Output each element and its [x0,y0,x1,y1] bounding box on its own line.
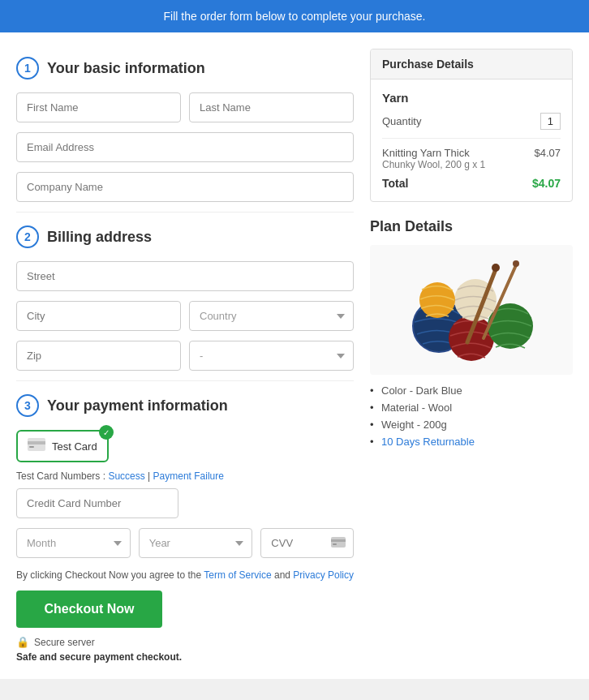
company-row [16,172,354,202]
terms-text: By clicking Checkout Now you agree to th… [16,569,354,581]
secure-payment-text: Safe and secure payment checkout. [16,651,354,663]
secure-server-label: Secure server [34,637,95,648]
cvv-card-icon [331,537,346,550]
billing-header: 2 Billing address [16,225,354,248]
credit-card-row [16,488,354,518]
purchase-details-box: Purchase Details Yarn Quantity 1 Knittin… [370,49,573,202]
feature-returnable: 10 Days Returnable [370,436,573,448]
first-name-input[interactable] [16,92,181,122]
total-price: $4.07 [532,177,561,190]
credit-card-input[interactable] [16,488,178,518]
privacy-link[interactable]: Privacy Policy [293,569,354,581]
divider-1 [16,212,354,213]
quantity-row: Quantity 1 [382,113,561,130]
section-num-3: 3 [16,394,39,417]
section-num-1: 1 [16,57,39,79]
country-select[interactable]: Country United States United Kingdom Can… [189,301,354,331]
svg-rect-3 [331,537,346,548]
payment-title: Your payment information [47,397,228,414]
city-country-row: Country United States United Kingdom Can… [16,301,354,331]
purchase-divider [382,138,561,139]
total-row: Total $4.07 [382,177,561,190]
cvv-wrapper [260,528,354,558]
card-icon [28,438,45,454]
svg-rect-4 [331,539,346,542]
feature-weight: Weight - 200g [370,419,573,431]
quantity-value: 1 [540,113,561,130]
basic-info-title: Your basic information [47,60,205,77]
plan-details: Plan Details [370,218,573,448]
total-label: Total [382,177,408,190]
test-card-info: Test Card Numbers : Success | Payment Fa… [16,470,354,482]
checkout-button[interactable]: Checkout Now [16,590,162,628]
divider-2 [16,380,354,381]
plan-title: Plan Details [370,218,573,235]
street-row [16,261,354,291]
purchase-body: Yarn Quantity 1 Knitting Yarn Thick Chun… [371,79,572,201]
year-select[interactable]: Year 202420252026 202720282029 [139,528,253,558]
card-check-icon: ✓ [99,425,114,440]
email-input[interactable] [16,132,354,162]
right-column: Purchase Details Yarn Quantity 1 Knittin… [370,49,573,663]
street-input[interactable] [16,261,354,291]
quantity-label: Quantity [382,115,421,127]
basic-info-header: 1 Your basic information [16,57,354,79]
purchase-header: Purchase Details [371,49,572,79]
last-name-input[interactable] [189,92,354,122]
svg-point-14 [492,264,500,272]
payment-header: 3 Your payment information [16,394,354,417]
billing-title: Billing address [47,229,152,246]
plan-image [370,245,573,375]
svg-rect-2 [29,446,34,448]
section-num-2: 2 [16,225,39,248]
feature-color: Color - Dark Blue [370,384,573,397]
name-row [16,92,354,122]
state-select[interactable]: - AL CA NY TX [189,341,354,371]
feature-material: Material - Wool [370,402,573,414]
item-row: Knitting Yarn Thick Chunky Wool, 200 g x… [382,147,561,170]
company-input[interactable] [16,172,354,202]
card-label: Test Card [52,440,97,453]
svg-point-11 [419,282,455,318]
svg-rect-1 [28,441,45,444]
secure-server-row: 🔒 Secure server [16,636,354,648]
tos-link[interactable]: Term of Service [204,569,271,581]
svg-rect-5 [333,543,337,545]
lock-icon: 🔒 [16,636,29,648]
product-name: Yarn [382,91,561,105]
cvv-row: Month 010203 040506 070809 101112 Year 2… [16,528,354,558]
item-desc: Chunky Wool, 200 g x 1 [382,159,485,170]
top-banner: Fill the order form below to complete yo… [0,0,589,32]
banner-text: Fill the order form below to complete yo… [164,10,426,23]
card-option[interactable]: Test Card ✓ [16,430,109,462]
item-price: $4.07 [534,147,561,170]
left-column: 1 Your basic information 2 Billing addre… [16,49,354,663]
city-input[interactable] [16,301,181,331]
success-link[interactable]: Success [108,470,144,482]
plan-features-list: Color - Dark Blue Material - Wool Weight… [370,384,573,448]
zip-input[interactable] [16,341,181,371]
item-name: Knitting Yarn Thick [382,147,485,159]
item-details: Knitting Yarn Thick Chunky Wool, 200 g x… [382,147,485,170]
zip-state-row: - AL CA NY TX [16,341,354,371]
svg-point-15 [513,260,519,267]
month-select[interactable]: Month 010203 040506 070809 101112 [16,528,131,558]
email-row [16,132,354,162]
failure-link[interactable]: Payment Failure [153,470,224,482]
